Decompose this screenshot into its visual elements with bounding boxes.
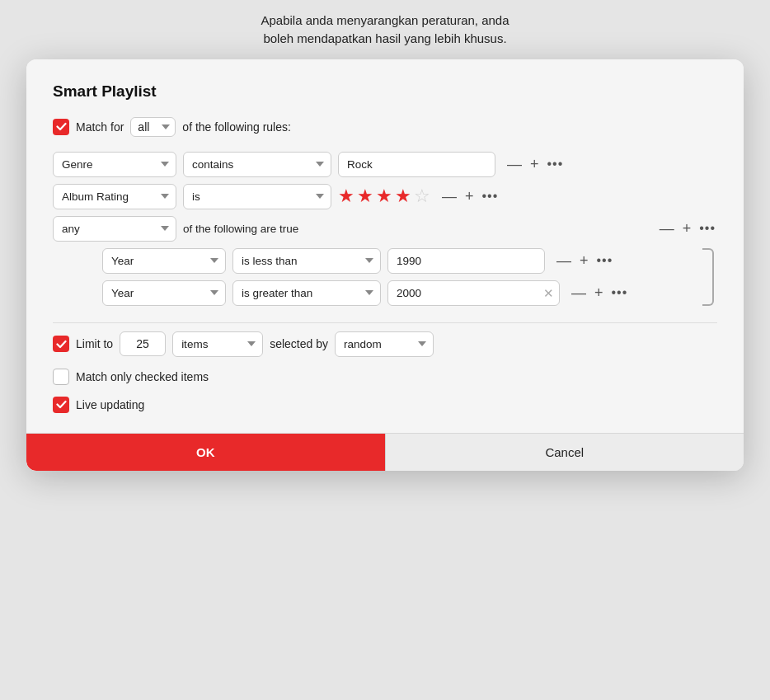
live-updating-row: Live updating bbox=[53, 397, 717, 413]
rule-add-button-any[interactable]: + bbox=[681, 221, 693, 236]
nested-rule-add-year-greater[interactable]: + bbox=[593, 285, 605, 300]
smart-playlist-dialog: Smart Playlist Match for all any of the … bbox=[26, 59, 744, 471]
rule-row-album-rating: Album Rating Genre Year Artist is is not… bbox=[53, 184, 717, 209]
ok-button[interactable]: OK bbox=[26, 434, 385, 471]
rule-remove-button-genre[interactable]: — bbox=[505, 157, 524, 171]
rule-add-button-genre[interactable]: + bbox=[528, 157, 541, 171]
match-only-checkbox[interactable] bbox=[53, 369, 69, 385]
match-only-checked-row: Match only checked items bbox=[53, 369, 717, 385]
match-for-row: Match for all any of the following rules… bbox=[53, 117, 717, 137]
match-label-after: of the following rules: bbox=[182, 120, 291, 134]
limit-section: Limit to items MB GB hours minutes selec… bbox=[53, 331, 717, 413]
rule-more-button-any[interactable]: ••• bbox=[697, 222, 717, 235]
nested-rule-actions-year-greater: — + ••• bbox=[570, 285, 629, 300]
nested-rule-add-year-less[interactable]: + bbox=[578, 253, 590, 268]
rule-actions-rating: — + ••• bbox=[440, 189, 500, 204]
nested-rule-row-year-greater: Year Genre Album Rating Artist is greate… bbox=[102, 280, 694, 306]
nested-rule-remove-year-less[interactable]: — bbox=[555, 253, 573, 268]
rule-actions-genre: — + ••• bbox=[505, 157, 565, 171]
rule-field-select-any[interactable]: any all bbox=[53, 216, 176, 242]
rule-condition-select-rating[interactable]: is is not is greater than is less than bbox=[183, 184, 331, 209]
nested-rule-field-year-greater[interactable]: Year Genre Album Rating Artist bbox=[102, 280, 226, 306]
live-updating-label: Live updating bbox=[76, 398, 144, 411]
star-3[interactable]: ★ bbox=[376, 186, 392, 207]
nested-rule-value-year-less[interactable] bbox=[387, 248, 545, 274]
rule-actions-any: — + ••• bbox=[658, 221, 717, 236]
rule-row-genre: Genre Album Rating Year Artist contains … bbox=[53, 152, 717, 177]
match-combinator-select[interactable]: all any bbox=[130, 117, 176, 137]
nested-rule-actions-year-less: — + ••• bbox=[555, 253, 614, 268]
rule-add-button-rating[interactable]: + bbox=[463, 189, 476, 204]
rule-more-button-genre[interactable]: ••• bbox=[546, 157, 566, 171]
live-updating-checkbox[interactable] bbox=[53, 397, 69, 413]
rule-more-button-rating[interactable]: ••• bbox=[481, 190, 500, 203]
star-5[interactable]: ☆ bbox=[414, 186, 430, 207]
rule-field-select-genre[interactable]: Genre Album Rating Year Artist bbox=[53, 152, 176, 177]
rules-container: Genre Album Rating Year Artist contains … bbox=[53, 152, 717, 306]
rule-remove-button-rating[interactable]: — bbox=[440, 189, 458, 204]
rule-value-input-genre[interactable] bbox=[338, 152, 495, 177]
star-4[interactable]: ★ bbox=[395, 186, 411, 207]
star-rating[interactable]: ★ ★ ★ ★ ☆ bbox=[338, 186, 430, 207]
any-label: of the following are true bbox=[183, 223, 298, 235]
nested-rules-wrapper: Year Genre Album Rating Artist is less t… bbox=[102, 248, 717, 306]
star-2[interactable]: ★ bbox=[357, 186, 373, 207]
limit-checkbox[interactable] bbox=[53, 336, 69, 352]
nested-rule-value-year-greater[interactable] bbox=[387, 280, 560, 306]
cancel-button[interactable]: Cancel bbox=[386, 434, 744, 471]
nested-rule-row-year-less: Year Genre Album Rating Artist is less t… bbox=[102, 248, 694, 274]
rule-remove-button-any[interactable]: — bbox=[658, 221, 676, 236]
nested-bracket bbox=[702, 248, 714, 306]
rule-condition-select-genre[interactable]: contains does not contain is is not bbox=[183, 152, 331, 177]
limit-row: Limit to items MB GB hours minutes selec… bbox=[53, 331, 717, 357]
limit-label-before: Limit to bbox=[76, 337, 113, 350]
nested-rules-content: Year Genre Album Rating Artist is less t… bbox=[102, 248, 694, 306]
limit-value-input[interactable] bbox=[120, 331, 166, 356]
divider-1 bbox=[53, 322, 717, 323]
match-only-label: Match only checked items bbox=[76, 370, 209, 383]
rule-row-any: any all of the following are true — + ••… bbox=[53, 216, 717, 242]
nested-rule-condition-year-less[interactable]: is less than is greater than is is not bbox=[232, 248, 381, 274]
nested-rule-condition-year-greater[interactable]: is greater than is less than is is not bbox=[232, 280, 381, 306]
rule-field-select-rating[interactable]: Album Rating Genre Year Artist bbox=[53, 184, 176, 209]
nested-rule-value-year-greater-wrapper: ✕ bbox=[387, 280, 560, 306]
nested-rule-remove-year-greater[interactable]: — bbox=[570, 285, 588, 300]
limit-sort-select[interactable]: random album artist genre title year bbox=[335, 331, 434, 357]
nested-rule-more-year-greater[interactable]: ••• bbox=[610, 286, 630, 299]
tooltip-text: Apabila anda menyarangkan peraturan, and… bbox=[261, 8, 509, 48]
match-label-before: Match for bbox=[76, 120, 124, 134]
nested-rule-more-year-less[interactable]: ••• bbox=[595, 254, 615, 267]
dialog-footer: OK Cancel bbox=[26, 433, 744, 471]
limit-selected-by-label: selected by bbox=[270, 337, 328, 350]
nested-rule-clear-year-greater[interactable]: ✕ bbox=[543, 287, 554, 299]
star-1[interactable]: ★ bbox=[338, 186, 354, 207]
dialog-title: Smart Playlist bbox=[53, 82, 717, 101]
limit-unit-select[interactable]: items MB GB hours minutes bbox=[172, 331, 263, 357]
nested-rule-field-year-less[interactable]: Year Genre Album Rating Artist bbox=[102, 248, 226, 274]
match-checkbox[interactable] bbox=[53, 119, 69, 135]
